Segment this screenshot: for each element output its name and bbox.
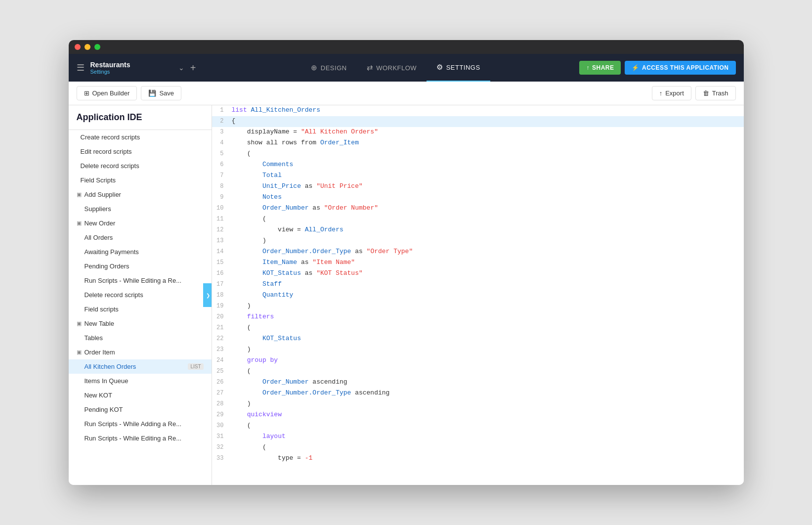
sidebar-item[interactable]: Items In Queue	[69, 374, 212, 388]
line-content: Order_Number as "Order Number"	[232, 203, 744, 214]
line-content: (	[232, 323, 744, 333]
code-line: 11 (	[212, 214, 744, 225]
sidebar-item[interactable]: Tables	[69, 331, 212, 345]
sidebar-group[interactable]: ▣New Order	[69, 216, 212, 230]
line-number: 5	[212, 149, 232, 159]
line-content: Order_Number.Order_Type as "Order Type"	[232, 247, 744, 257]
sidebar-item[interactable]: Delete record scripts	[69, 159, 212, 173]
tab-workflow-label: WORKFLOW	[376, 64, 417, 72]
line-number: 8	[212, 181, 232, 191]
min-btn[interactable]	[85, 44, 90, 50]
sidebar-item[interactable]: Edit record scripts	[69, 144, 212, 159]
sidebar-group[interactable]: ▣New Table	[69, 316, 212, 331]
sidebar-item[interactable]: All Kitchen OrdersLIST	[69, 359, 212, 374]
hamburger-icon[interactable]: ☰	[77, 62, 85, 73]
line-number: 12	[212, 225, 232, 235]
list-badge: LIST	[188, 363, 203, 370]
max-btn[interactable]	[94, 44, 100, 50]
line-number: 30	[212, 421, 232, 431]
tab-settings[interactable]: ⚙ SETTINGS	[427, 54, 490, 82]
code-line: 9 Notes	[212, 192, 744, 203]
sidebar-group[interactable]: ▣Add Supplier	[69, 187, 212, 202]
trash-button[interactable]: 🗑 Trash	[695, 86, 736, 100]
sidebar-item[interactable]: Pending KOT	[69, 402, 212, 417]
line-content: Unit_Price as "Unit Price"	[232, 181, 744, 192]
code-line: 1list All_Kitchen_Orders	[212, 105, 744, 116]
line-number: 14	[212, 247, 232, 257]
export-button[interactable]: ↑ Export	[652, 86, 691, 100]
line-content: )	[232, 301, 744, 311]
line-number: 1	[212, 105, 232, 115]
line-content: KOT_Status as "KOT Status"	[232, 268, 744, 279]
app-name-block: Restaurants Settings	[90, 61, 172, 75]
sidebar-item[interactable]: Create record scripts	[69, 130, 212, 144]
line-number: 13	[212, 236, 232, 246]
share-icon: ↑	[586, 64, 590, 71]
line-content: Quantity	[232, 290, 744, 301]
line-number: 27	[212, 388, 232, 398]
save-button[interactable]: 💾 Save	[141, 86, 181, 100]
workflow-icon: ⇄	[367, 63, 374, 72]
line-number: 26	[212, 377, 232, 387]
sidebar-group[interactable]: ▣Order Item	[69, 345, 212, 359]
line-content: view = All_Orders	[232, 225, 744, 235]
line-number: 18	[212, 290, 232, 300]
line-content: type = -1	[232, 453, 744, 464]
code-line: 13 )	[212, 236, 744, 247]
code-line: 3 displayName = "All Kitchen Orders"	[212, 127, 744, 138]
topnav-tabs: ⊕ DESIGN ⇄ WORKFLOW ⚙ SETTINGS	[212, 54, 580, 82]
code-line: 20 filters	[212, 312, 744, 323]
save-icon: 💾	[148, 89, 156, 97]
code-line: 32 (	[212, 442, 744, 453]
tab-workflow[interactable]: ⇄ WORKFLOW	[357, 54, 427, 82]
sidebar-item[interactable]: New KOT	[69, 388, 212, 402]
settings-icon: ⚙	[436, 63, 443, 72]
line-number: 16	[212, 268, 232, 278]
line-content: Order_Number ascending	[232, 377, 744, 388]
line-content: Staff	[232, 279, 744, 290]
tab-design-label: DESIGN	[321, 64, 347, 72]
group-collapse-icon: ▣	[77, 320, 82, 327]
code-line: 28 )	[212, 399, 744, 410]
add-icon[interactable]: +	[190, 62, 196, 74]
close-btn[interactable]	[75, 44, 81, 50]
sidebar-item[interactable]: Field Scripts	[69, 173, 212, 187]
sidebar-item[interactable]: Suppliers	[69, 202, 212, 216]
sidebar-item[interactable]: Field scripts	[69, 302, 212, 316]
titlebar	[69, 40, 744, 54]
sidebar-item[interactable]: Awaiting Payments	[69, 245, 212, 259]
line-content: )	[232, 399, 744, 409]
sidebar-item[interactable]: Run Scripts - While Adding a Re...	[69, 417, 212, 431]
line-content: displayName = "All Kitchen Orders"	[232, 127, 744, 137]
sidebar-item[interactable]: All Orders	[69, 230, 212, 245]
code-line: 6 Comments	[212, 160, 744, 171]
sidebar-item[interactable]: Run Scripts - While Editing a Re...	[69, 431, 212, 445]
line-number: 23	[212, 345, 232, 354]
line-number: 10	[212, 203, 232, 213]
chevron-down-icon[interactable]: ⌄	[178, 64, 184, 72]
toolbar-right: ↑ Export 🗑 Trash	[652, 86, 736, 100]
group-collapse-icon: ▣	[77, 220, 82, 226]
sidebar-item[interactable]: Pending Orders	[69, 259, 212, 273]
code-line: 12 view = All_Orders	[212, 225, 744, 236]
line-content: show all rows from Order_Item	[232, 138, 744, 148]
sidebar-collapse-button[interactable]: ❯	[203, 283, 212, 307]
group-collapse-icon: ▣	[77, 191, 82, 198]
line-content: layout	[232, 432, 744, 442]
code-editor[interactable]: 1list All_Kitchen_Orders2{3 displayName …	[212, 105, 744, 485]
access-button[interactable]: ⚡ ACCESS THIS APPLICATION	[625, 61, 735, 75]
open-icon: ⊞	[84, 89, 89, 97]
sidebar-item[interactable]: Run Scripts - While Editing a Re...	[69, 273, 212, 288]
lightning-icon: ⚡	[632, 64, 640, 71]
line-number: 17	[212, 279, 232, 289]
line-content: (	[232, 214, 744, 224]
open-builder-button[interactable]: ⊞ Open Builder	[77, 86, 137, 100]
tab-settings-label: SETTINGS	[446, 64, 480, 71]
sidebar-item[interactable]: Delete record scripts	[69, 288, 212, 302]
share-button[interactable]: ↑ SHARE	[579, 61, 621, 75]
code-line: 19 )	[212, 301, 744, 312]
tab-design[interactable]: ⊕ DESIGN	[301, 54, 356, 82]
code-line: 27 Order_Number.Order_Type ascending	[212, 388, 744, 399]
line-number: 2	[212, 116, 232, 126]
topnav: ☰ Restaurants Settings ⌄ + ⊕ DESIGN ⇄ WO…	[69, 54, 744, 82]
